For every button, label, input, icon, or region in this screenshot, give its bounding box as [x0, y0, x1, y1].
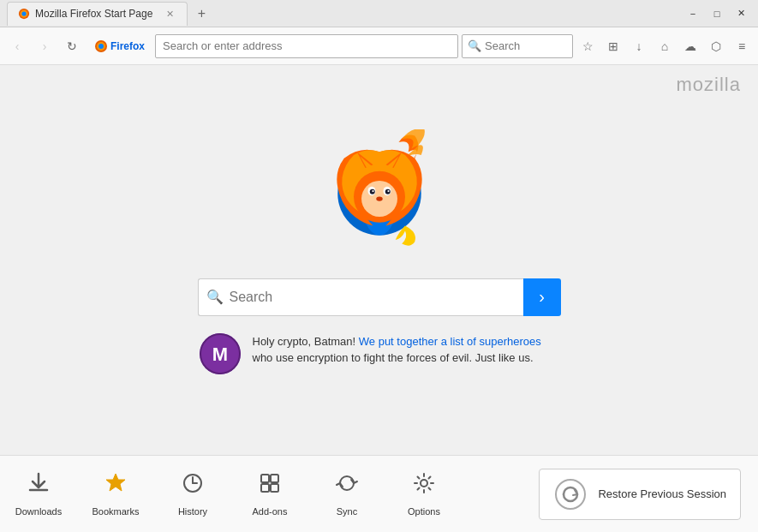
sync-icon: [335, 471, 359, 501]
tab-favicon: [18, 8, 30, 20]
toolbar-search-input[interactable]: [485, 39, 562, 52]
window-controls: − □ ✕: [683, 7, 751, 21]
svg-rect-32: [271, 484, 278, 492]
snippet-avatar-icon: M: [200, 333, 241, 374]
restore-session-button[interactable]: Restore Previous Session: [539, 469, 741, 520]
snippet: M Holy crypto, Batman! We put together a…: [200, 333, 559, 374]
bookmark-icon[interactable]: ☆: [576, 35, 599, 57]
options-label: Options: [408, 506, 440, 517]
main-search-button[interactable]: ›: [523, 278, 561, 316]
forward-button[interactable]: ›: [33, 34, 57, 58]
history-label: History: [178, 506, 207, 517]
svg-rect-29: [261, 475, 269, 482]
svg-text:M: M: [212, 344, 227, 365]
firefox-button[interactable]: Firefox: [87, 37, 152, 56]
bottom-item-addons[interactable]: Add-ons: [231, 460, 308, 529]
downloads-icon: [27, 471, 51, 501]
bottom-item-downloads[interactable]: Downloads: [0, 460, 77, 529]
svg-point-2: [21, 11, 26, 15]
svg-point-15: [372, 189, 373, 191]
svg-point-17: [376, 196, 383, 200]
toolbar-search-icon: 🔍: [468, 39, 481, 52]
firefox-label: Firefox: [110, 40, 145, 52]
reload-button[interactable]: ↻: [60, 34, 84, 58]
svg-rect-31: [261, 484, 269, 492]
svg-rect-30: [271, 475, 278, 482]
restore-session-icon: [553, 477, 588, 511]
sync-label: Sync: [337, 506, 357, 517]
home-icon[interactable]: ⌂: [654, 35, 676, 57]
svg-point-16: [387, 189, 389, 191]
restore-session-label: Restore Previous Session: [598, 487, 726, 500]
snippet-text-before: Holy crypto, Batman!: [253, 335, 359, 348]
main-content: mozilla 🔍: [0, 65, 758, 455]
titlebar: Mozilla Firefox Start Page ✕ + − □ ✕: [0, 0, 758, 27]
snippet-avatar: M: [200, 333, 241, 374]
bookmarks-icon: [104, 471, 128, 501]
pocket-icon[interactable]: ⬡: [705, 35, 727, 57]
snippet-text: Holy crypto, Batman! We put together a l…: [253, 333, 559, 367]
close-button[interactable]: ✕: [731, 7, 751, 21]
main-search-input[interactable]: [198, 278, 523, 316]
bookmarks-label: Bookmarks: [92, 506, 139, 517]
downloads-label: Downloads: [15, 506, 62, 517]
back-button[interactable]: ‹: [5, 34, 29, 58]
library-icon[interactable]: ⊞: [602, 35, 624, 57]
main-search-container: 🔍 ›: [198, 278, 561, 316]
titlebar-left: Mozilla Firefox Start Page ✕ +: [7, 2, 683, 26]
tab-title: Mozilla Firefox Start Page: [35, 8, 152, 20]
addons-icon: [258, 471, 282, 501]
main-search-btn-icon: ›: [539, 287, 545, 307]
toolbar-search-box[interactable]: 🔍: [462, 34, 573, 58]
svg-marker-25: [106, 474, 125, 491]
address-bar[interactable]: [155, 34, 458, 58]
main-search-wrapper: 🔍: [198, 278, 523, 316]
download-icon[interactable]: ↓: [628, 35, 650, 57]
addons-label: Add-ons: [253, 506, 288, 517]
snippet-text-after: who use encryption to fight the forces o…: [253, 351, 534, 364]
bottom-item-history[interactable]: History: [154, 460, 231, 529]
sync-icon[interactable]: ☁: [679, 35, 701, 57]
svg-point-5: [98, 44, 104, 49]
minimize-button[interactable]: −: [683, 7, 703, 21]
toolbar: ‹ › ↻ Firefox 🔍 ☆ ⊞ ↓ ⌂ ☁ ⬡ ≡: [0, 27, 758, 65]
menu-icon[interactable]: ≡: [731, 35, 753, 57]
svg-point-33: [421, 480, 427, 487]
mozilla-text: mozilla: [677, 74, 741, 96]
maximize-button[interactable]: □: [707, 7, 727, 21]
firefox-logo: [315, 129, 444, 258]
history-icon: [181, 471, 205, 501]
new-tab-button[interactable]: +: [191, 3, 212, 24]
snippet-link[interactable]: We put together a list of superheroes: [359, 335, 541, 348]
bottom-item-bookmarks[interactable]: Bookmarks: [77, 460, 154, 529]
tab-close-button[interactable]: ✕: [163, 7, 176, 21]
svg-point-34: [556, 480, 585, 509]
firefox-icon: [94, 39, 108, 53]
bottom-items: Downloads Bookmarks History: [0, 460, 539, 529]
bottom-bar: Downloads Bookmarks History: [0, 455, 758, 532]
bottom-item-options[interactable]: Options: [385, 460, 463, 529]
options-icon: [412, 471, 436, 501]
bottom-item-sync[interactable]: Sync: [308, 460, 385, 529]
active-tab[interactable]: Mozilla Firefox Start Page ✕: [7, 2, 188, 26]
